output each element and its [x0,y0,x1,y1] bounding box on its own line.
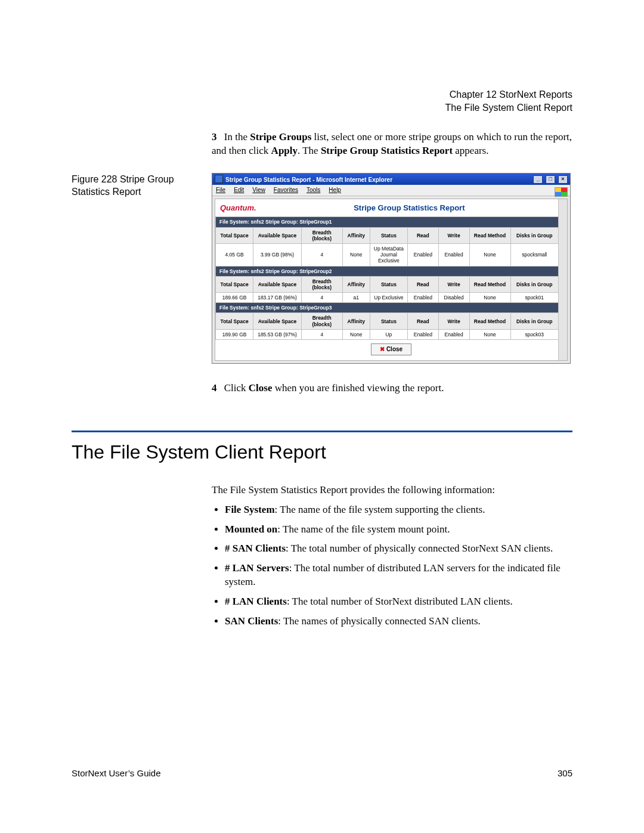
figure-caption: Figure 228 Stripe Group Statistics Repor… [72,173,212,199]
list-item: # SAN Clients: The total number of physi… [225,542,572,556]
report-title: Stripe Group Statistics Report [256,203,562,213]
scrollbar[interactable] [558,199,567,360]
list-item: Mounted on: The name of the file system … [225,523,572,537]
list-item: # LAN Servers: The total number of distr… [225,562,572,589]
windows-flag-icon [555,187,568,197]
section-header: File System: snfs2 Stripe Group: StripeG… [216,303,559,313]
step-number: 3 [212,131,222,143]
menu-file[interactable]: File [216,186,225,194]
section-header: File System: snfs2 Stripe Group: StripeG… [216,266,559,276]
list-item: File System: The name of the file system… [225,503,572,517]
minimize-icon[interactable]: _ [533,175,543,184]
page-header: Chapter 12 StorNext Reports The File Sys… [445,88,572,114]
menu-favorites[interactable]: Favorites [274,186,298,194]
intro-text: The File System Statistics Report provid… [212,484,572,497]
brand-logo: Quantum. [220,203,256,213]
step-3: 3 In the Stripe Groups list, select one … [212,131,572,158]
report-pane: Quantum. Stripe Group Statistics Report … [215,199,568,361]
section-divider [72,431,572,432]
report-table: File System: snfs2 Stripe Group: StripeG… [215,216,559,340]
menu-bar[interactable]: File Edit View Favorites Tools Help [212,185,570,196]
ie-icon [215,175,223,183]
table-row: 189.90 GB185.53 GB (97%) 4None UpEnabled… [216,329,559,339]
step-4: 4 Click Close when you are finished view… [212,382,572,395]
footer-title: StorNext User’s Guide [72,767,161,779]
menu-view[interactable]: View [252,186,265,194]
section-header: File System: snfs2 Stripe Group: StripeG… [216,217,559,227]
section-line: The File System Client Report [445,101,572,114]
col-available-space: Available Space [253,227,302,243]
col-breadth: Breadth (blocks) [301,227,342,243]
col-status: Status [370,227,407,243]
chapter-line: Chapter 12 StorNext Reports [445,88,572,101]
list-item: SAN Clients: The names of physically con… [225,615,572,628]
col-total-space: Total Space [216,227,253,243]
x-icon: ✖ [380,346,385,352]
browser-window: Stripe Group Statistics Report - Microso… [212,173,571,364]
menu-tools[interactable]: Tools [306,186,320,194]
step-number: 4 [212,382,222,394]
menu-edit[interactable]: Edit [234,186,244,194]
page-number: 305 [558,767,572,779]
table-row: 4.05 GB 3.99 GB (98%) 4 None Up MetaData… [216,243,559,266]
page-title: The File System Client Report [72,439,572,465]
page-footer: StorNext User’s Guide 305 [72,767,572,779]
col-read: Read [408,227,439,243]
col-write: Write [438,227,469,243]
col-affinity: Affinity [342,227,370,243]
menu-help[interactable]: Help [329,186,341,194]
maximize-icon[interactable]: □ [546,175,555,184]
col-read-method: Read Method [469,227,510,243]
col-disks: Disks in Group [510,227,559,243]
info-list: File System: The name of the file system… [212,503,572,629]
window-titlebar: Stripe Group Statistics Report - Microso… [212,174,570,185]
table-row: 189.66 GB183.17 GB (96%) 4a1 Up Exclusiv… [216,293,559,303]
window-controls[interactable]: _ □ × [532,175,568,184]
list-item: # LAN Clients: The total number of StorN… [225,595,572,609]
close-button[interactable]: ✖Close [371,343,411,355]
close-icon[interactable]: × [558,175,568,184]
